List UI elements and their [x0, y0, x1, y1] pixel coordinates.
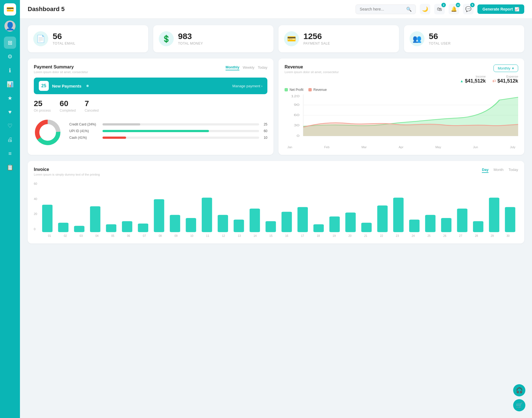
search-bar[interactable]: 🔍 — [355, 4, 416, 14]
payment-icon: 💳 — [284, 31, 299, 46]
support-fab[interactable]: 🎧 — [513, 384, 525, 396]
bar-23[interactable] — [393, 198, 403, 232]
bar-8[interactable] — [154, 199, 164, 232]
bag-button[interactable]: 🛍 2 — [434, 4, 445, 14]
header-right: 🔍 🌙 🛍 2 🔔 12 💬 5 Generate Report 📈 — [355, 4, 524, 14]
bar-21[interactable] — [361, 223, 372, 232]
email-label: TOTAL EMAIL — [53, 42, 75, 45]
content-area: 📄 56 TOTAL EMAIL 💲 983 TOTAL MONEY 💳 125… — [20, 19, 532, 250]
bar-4[interactable] — [90, 206, 100, 232]
tab-monthly[interactable]: Monthly — [226, 65, 239, 70]
money-value: 983 — [178, 32, 203, 40]
x-label-10: 10 — [184, 234, 200, 237]
bar-12[interactable] — [218, 215, 228, 232]
net-profit-dot — [285, 88, 288, 91]
email-icon: 📄 — [33, 31, 48, 46]
print-icon: 🖨 — [7, 137, 13, 143]
revenue-title: Revenue — [285, 65, 339, 70]
sidebar-logo[interactable]: 💳 — [4, 3, 16, 16]
payment-summary-tabs: Monthly Weekly Today — [226, 65, 267, 70]
bar-18[interactable] — [313, 224, 324, 232]
expense-stat: Expense 🏷 $41,512k — [492, 75, 518, 84]
on-process-label: On process — [34, 109, 51, 112]
svg-text:60: 60 — [294, 113, 300, 117]
invoice-bars-wrap: 0102030405060708091011121314151617181920… — [39, 180, 518, 237]
bar-1[interactable] — [42, 205, 52, 232]
bar-6[interactable] — [122, 221, 132, 232]
bar-28[interactable] — [473, 221, 483, 232]
cart-fab[interactable]: 🛒 — [513, 399, 525, 411]
sidebar-avatar[interactable]: 👤 — [4, 20, 16, 32]
upi-count: 60 — [262, 129, 267, 133]
stat-card-money: 💲 983 TOTAL MONEY — [153, 25, 274, 52]
bar-5[interactable] — [106, 224, 116, 232]
sidebar-item-heart2[interactable]: ♡ — [4, 120, 16, 132]
bar-27[interactable] — [457, 209, 467, 232]
sidebar-item-report[interactable]: 📋 — [4, 161, 16, 173]
x-feb: Feb — [324, 145, 329, 149]
bar-7[interactable] — [138, 224, 148, 232]
sidebar-item-star[interactable]: ★ — [4, 92, 16, 104]
x-label-27: 27 — [453, 234, 469, 237]
bar-13[interactable] — [234, 220, 244, 232]
bar-26[interactable] — [441, 218, 451, 232]
bar-30[interactable] — [505, 207, 515, 232]
middle-panels: Payment Summary Lorem ipsum dolor sit am… — [28, 58, 524, 155]
bar-29[interactable] — [489, 198, 499, 232]
invoice-tab-month[interactable]: Month — [493, 167, 503, 173]
tab-today[interactable]: Today — [258, 65, 267, 70]
email-value: 56 — [53, 32, 75, 40]
sidebar-item-list[interactable]: ≡ — [4, 147, 16, 160]
bar-20[interactable] — [346, 212, 356, 232]
bar-9[interactable] — [170, 215, 180, 232]
revenue-x-labels: Jan Feb Mar Apr May Jun July — [285, 145, 518, 149]
bar-3[interactable] — [74, 226, 85, 232]
sidebar-item-analytics[interactable]: 📊 — [4, 78, 16, 90]
logo-icon: 💳 — [6, 6, 14, 13]
generate-report-button[interactable]: Generate Report 📈 — [477, 4, 524, 14]
x-label-20: 20 — [342, 234, 358, 237]
revenue-tab-dropdown[interactable]: Monthly ▾ — [493, 65, 518, 72]
invoice-x-labels: 0102030405060708091011121314151617181920… — [39, 233, 518, 237]
invoice-tab-day[interactable]: Day — [482, 167, 488, 173]
sidebar-item-print[interactable]: 🖨 — [4, 134, 16, 146]
bar-10[interactable] — [186, 218, 196, 232]
new-payments-bar: 25 New Payments Manage payment › — [34, 78, 267, 94]
x-label-08: 08 — [152, 234, 168, 237]
invoice-title-group: Invoice Lorem ipsum is simply dummy text… — [34, 167, 100, 176]
x-label-02: 02 — [57, 234, 73, 237]
credit-card-label: Credit Card (24%) — [69, 122, 100, 126]
bar-22[interactable] — [377, 206, 388, 232]
sidebar-item-info[interactable]: ℹ — [4, 64, 16, 76]
bar-14[interactable] — [250, 209, 260, 232]
payment-summary-subtitle: Lorem ipsum dolor sit amet, consectetur — [34, 70, 88, 74]
bar-17[interactable] — [298, 207, 308, 232]
x-may: May — [435, 145, 441, 149]
theme-toggle-button[interactable]: 🌙 — [420, 4, 430, 14]
invoice-tab-today[interactable]: Today — [508, 167, 518, 173]
sidebar-item-dashboard[interactable]: ⊞ — [4, 37, 16, 49]
search-input[interactable] — [360, 7, 404, 11]
bar-2[interactable] — [58, 223, 68, 232]
payment-summary-header: Payment Summary Lorem ipsum dolor sit am… — [34, 65, 267, 74]
moon-icon: 🌙 — [422, 6, 428, 12]
sidebar-item-settings[interactable]: ⚙ — [4, 50, 16, 63]
money-icon: 💲 — [159, 31, 174, 46]
donut-chart — [34, 119, 62, 146]
bell-button[interactable]: 🔔 12 — [449, 4, 459, 14]
x-label-17: 17 — [295, 234, 310, 237]
bar-25[interactable] — [425, 215, 436, 232]
stat-email-info: 56 TOTAL EMAIL — [53, 32, 75, 45]
bar-24[interactable] — [409, 220, 420, 232]
x-apr: Apr — [399, 145, 403, 149]
chat-button[interactable]: 💬 5 — [463, 4, 474, 14]
bar-11[interactable] — [202, 198, 212, 232]
invoice-header: Invoice Lorem ipsum is simply dummy text… — [34, 167, 518, 176]
sidebar-item-heart1[interactable]: ♥ — [4, 106, 16, 118]
bar-15[interactable] — [266, 221, 276, 232]
bar-19[interactable] — [329, 216, 340, 232]
tab-weekly[interactable]: Weekly — [243, 65, 254, 70]
bar-16[interactable] — [282, 212, 292, 232]
manage-payment-link[interactable]: Manage payment › — [232, 84, 262, 88]
progress-credit-card: Credit Card (24%) 25 — [69, 122, 267, 126]
